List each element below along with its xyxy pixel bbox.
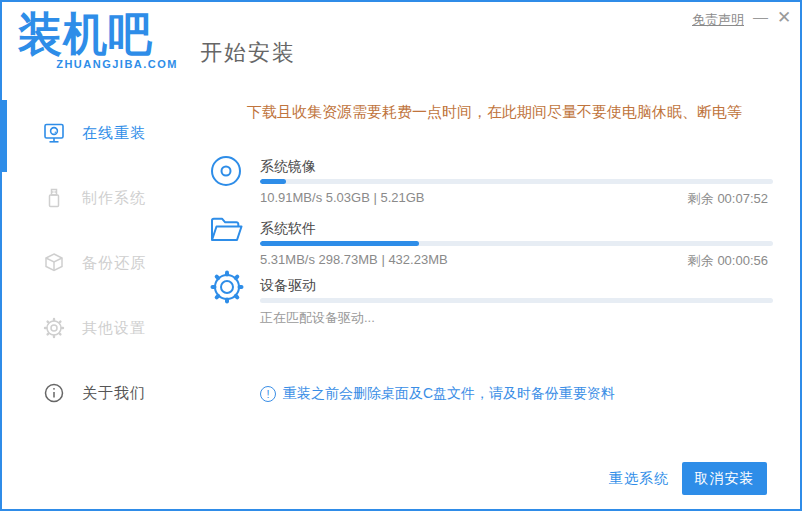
reselect-system-button[interactable]: 重选系统 bbox=[609, 470, 669, 488]
task-remaining-system-software: 剩余 00:00:56 bbox=[688, 252, 768, 270]
sidebar-item-other-settings[interactable]: 其他设置 bbox=[42, 308, 182, 348]
sidebar-item-label: 其他设置 bbox=[82, 319, 146, 338]
backup-notice-text: 重装之前会删除桌面及C盘文件，请及时备份重要资料 bbox=[283, 385, 615, 403]
app-window: 装机吧 ZHUANGJIBA.COM 开始安装 免责声明 — ✕ 在线重装 bbox=[0, 0, 802, 511]
sidebar-item-label: 关于我们 bbox=[82, 384, 146, 403]
sidebar-item-label: 在线重装 bbox=[82, 124, 146, 143]
info-icon bbox=[42, 381, 66, 405]
monitor-icon bbox=[42, 121, 66, 145]
task-name-system-image: 系统镜像 bbox=[260, 158, 316, 176]
progress-fill bbox=[260, 241, 419, 246]
sidebar-item-label: 制作系统 bbox=[82, 189, 146, 208]
backup-notice: ! 重装之前会删除桌面及C盘文件，请及时备份重要资料 bbox=[260, 385, 615, 403]
sidebar-item-online-reinstall[interactable]: 在线重装 bbox=[42, 113, 182, 153]
task-name-device-driver: 设备驱动 bbox=[260, 277, 316, 295]
cancel-install-button[interactable]: 取消安装 bbox=[682, 462, 767, 495]
disc-icon bbox=[208, 153, 244, 189]
download-warning-text: 下载且收集资源需要耗费一点时间，在此期间尽量不要使电脑休眠、断电等 bbox=[197, 103, 792, 122]
sidebar-item-backup-restore[interactable]: 备份还原 bbox=[42, 243, 182, 283]
active-item-indicator bbox=[2, 100, 7, 172]
sidebar-item-make-system[interactable]: 制作系统 bbox=[42, 178, 182, 218]
folder-icon bbox=[208, 212, 244, 248]
task-name-system-software: 系统软件 bbox=[260, 220, 316, 238]
gear-icon bbox=[208, 268, 246, 306]
progress-bar-system-image bbox=[260, 179, 773, 184]
driver-matching-status: 正在匹配设备驱动... bbox=[260, 309, 375, 327]
exclamation-circle-icon: ! bbox=[260, 386, 276, 402]
settings-icon bbox=[42, 316, 66, 340]
minimize-button[interactable]: — bbox=[753, 8, 768, 25]
task-remaining-system-image: 剩余 00:07:52 bbox=[688, 190, 768, 208]
close-button[interactable]: ✕ bbox=[777, 7, 791, 28]
logo-title: 装机吧 bbox=[18, 7, 178, 62]
app-logo: 装机吧 ZHUANGJIBA.COM bbox=[18, 8, 178, 70]
progress-bar-device-driver bbox=[260, 298, 773, 303]
sidebar-item-about-us[interactable]: 关于我们 bbox=[42, 373, 182, 413]
sidebar-item-label: 备份还原 bbox=[82, 254, 146, 273]
backup-icon bbox=[42, 251, 66, 275]
task-stats-system-software: 5.31MB/s 298.73MB | 432.23MB bbox=[260, 252, 448, 267]
progress-fill bbox=[260, 179, 286, 184]
disclaimer-link[interactable]: 免责声明 bbox=[692, 11, 744, 29]
page-title: 开始安装 bbox=[200, 38, 296, 68]
usb-icon bbox=[42, 186, 66, 210]
progress-bar-system-software bbox=[260, 241, 773, 246]
task-stats-system-image: 10.91MB/s 5.03GB | 5.21GB bbox=[260, 190, 425, 205]
